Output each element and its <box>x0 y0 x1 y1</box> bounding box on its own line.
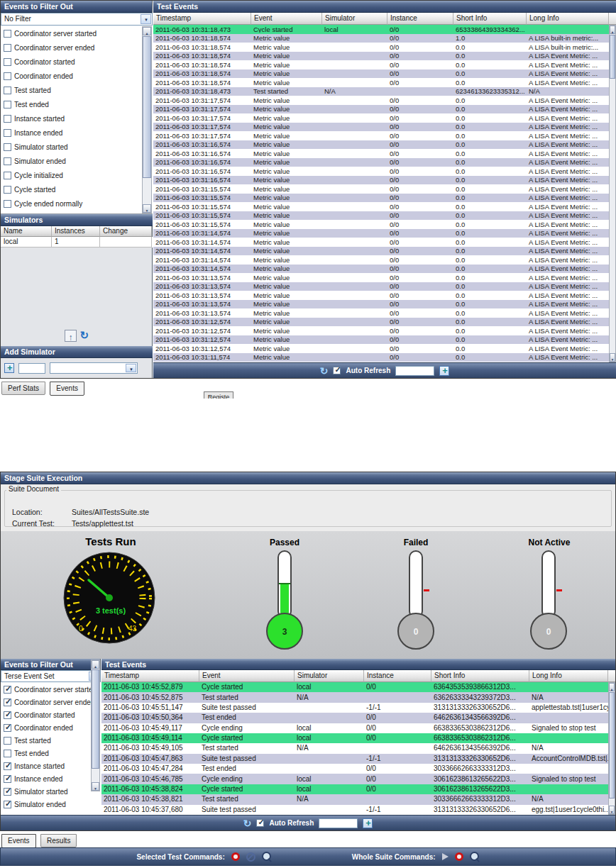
dropdown-arrow-button[interactable] <box>141 14 151 24</box>
column-header-event[interactable]: Event <box>199 670 295 682</box>
filter-preset-dropdown[interactable]: No Filter <box>1 13 153 26</box>
event-row[interactable]: 2011-06-03 10:31:14,574Metric value0/00.… <box>153 255 609 265</box>
checkbox[interactable] <box>4 750 11 757</box>
promote-up-icon[interactable] <box>65 330 77 342</box>
abort-test-icon[interactable] <box>246 852 255 862</box>
filter-event-item[interactable]: Coordinator ended <box>1 721 101 734</box>
event-row[interactable]: 2011-06-03 10:45:37,680Suite test passed… <box>101 805 608 815</box>
event-row[interactable]: 2011-06-03 10:45:52,879Cycle startedloca… <box>101 682 608 692</box>
checkbox[interactable] <box>4 129 11 137</box>
checkbox[interactable] <box>4 186 11 194</box>
event-row[interactable]: 2011-06-03 10:31:13,574Metric value0/00.… <box>153 291 609 300</box>
filter-event-item[interactable]: Instance ended <box>1 772 101 785</box>
event-row[interactable]: 2011-06-03 10:31:13,574Metric value0/00.… <box>153 282 609 291</box>
scroll-up-icon[interactable] <box>92 660 99 669</box>
simulator-change-cell[interactable] <box>100 237 152 247</box>
scroll-down-icon[interactable] <box>610 353 615 362</box>
checkbox[interactable] <box>4 724 11 732</box>
inspect-test-icon[interactable] <box>262 852 272 862</box>
stop-suite-icon[interactable] <box>455 852 463 861</box>
event-row[interactable]: 2011-06-03 10:45:52,875Test startedN/A63… <box>101 692 608 702</box>
tab-events[interactable]: Events <box>1 834 36 848</box>
event-row[interactable]: 2011-06-03 10:31:14,574Metric value0/00.… <box>153 247 609 256</box>
event-row[interactable]: 2011-06-03 10:31:13,574Metric value0/00.… <box>153 300 609 309</box>
event-row[interactable]: 2011-06-03 10:31:18,574Metric value0/00.… <box>153 78 609 87</box>
filter-event-item[interactable]: Coordinator started <box>1 55 153 69</box>
event-row[interactable]: 2011-06-03 10:45:47,284Test ended0/03033… <box>101 764 608 774</box>
event-row[interactable]: 2011-06-03 10:45:47,863Suite test passed… <box>101 754 608 764</box>
event-row[interactable]: 2011-06-03 10:31:12,574Metric value0/00.… <box>153 326 609 335</box>
filter-event-item[interactable]: Test started <box>1 83 153 97</box>
event-row[interactable]: 2011-06-03 10:31:12,574Metric value0/00.… <box>153 344 609 353</box>
checkbox[interactable] <box>4 157 11 165</box>
event-row[interactable]: 2011-06-03 10:45:49,105Test startedN/A64… <box>101 743 608 753</box>
filter-event-item[interactable]: Instance started <box>1 111 153 126</box>
scroll-down-icon[interactable] <box>609 806 615 814</box>
events-scrollbar[interactable] <box>608 682 615 815</box>
checkbox[interactable] <box>4 711 11 719</box>
event-row[interactable]: 2011-06-03 10:31:15,574Metric value0/00.… <box>153 194 609 203</box>
filter-event-item[interactable]: Test ended <box>1 97 153 111</box>
events-scrollbar[interactable] <box>609 25 616 362</box>
refresh-icon[interactable] <box>243 818 252 828</box>
add-simulator-button[interactable] <box>4 363 14 373</box>
filter-event-item[interactable]: Coordinator started <box>1 708 101 721</box>
checkbox[interactable] <box>4 801 11 808</box>
event-row[interactable]: 2011-06-03 10:31:16,574Metric value0/00.… <box>153 140 609 150</box>
filter-event-item[interactable]: Coordinator server ended <box>1 40 153 55</box>
event-row[interactable]: 2011-06-03 10:31:12,574Metric value0/00.… <box>153 335 609 345</box>
refresh-icon[interactable] <box>79 329 89 341</box>
add-icon[interactable] <box>363 818 373 828</box>
event-row[interactable]: 2011-06-03 10:45:46,785Cycle endinglocal… <box>101 774 608 784</box>
auto-refresh-checkbox[interactable] <box>333 367 341 374</box>
event-row[interactable]: 2011-06-03 10:45:38,821Test startedN/A30… <box>101 794 608 804</box>
event-row[interactable]: 2011-06-03 10:31:11,574Metric value0/00.… <box>153 353 609 362</box>
checkbox[interactable] <box>4 30 11 38</box>
event-row[interactable]: 2011-06-03 10:31:14,574Metric value0/00.… <box>153 229 609 238</box>
filter-event-item[interactable]: Cycle initialized <box>1 168 153 182</box>
column-header-simulator[interactable]: Simulator <box>322 13 387 25</box>
column-header-timestamp[interactable]: Timestamp <box>153 13 251 25</box>
checkbox[interactable] <box>4 699 11 706</box>
dropdown-arrow-button[interactable] <box>126 364 136 372</box>
scroll-up-icon[interactable] <box>610 26 615 34</box>
filter-event-item[interactable]: Simulator started <box>1 785 101 798</box>
checkbox[interactable] <box>4 115 11 123</box>
column-header-instance[interactable]: Instance <box>364 670 431 682</box>
filter-event-item[interactable]: Test started <box>1 734 101 747</box>
checkbox[interactable] <box>4 172 11 179</box>
event-row[interactable]: 2011-06-03 10:45:51,147Suite test passed… <box>101 703 608 713</box>
column-header-instance[interactable]: Instance <box>387 13 453 25</box>
event-row[interactable]: 2011-06-03 10:45:49,117Cycle endinglocal… <box>101 723 608 733</box>
checkbox[interactable] <box>4 72 11 80</box>
filter-event-item[interactable]: Coordinator server started <box>1 683 101 696</box>
event-row[interactable]: 2011-06-03 10:31:15,574Metric value0/00.… <box>153 184 609 194</box>
event-row[interactable]: 2011-06-03 10:31:17,574Metric value0/00.… <box>153 105 609 114</box>
event-row[interactable]: 2011-06-03 10:31:18,574Metric value0/01.… <box>153 34 609 43</box>
checkbox[interactable] <box>4 762 11 770</box>
tab-events[interactable]: Events <box>50 382 84 396</box>
checkbox[interactable] <box>4 44 11 52</box>
event-row[interactable]: 2011-06-03 10:31:18,574Metric value0/00.… <box>153 43 609 52</box>
filter-event-item[interactable]: Cycle started <box>1 182 153 196</box>
event-row[interactable]: 2011-06-03 10:31:14,574Metric value0/00.… <box>153 238 609 247</box>
column-header-long-info[interactable]: Long Info <box>527 13 609 25</box>
filter-event-item[interactable]: Cycle ended normally <box>1 196 153 211</box>
refresh-interval-input[interactable] <box>395 366 434 376</box>
checkbox[interactable] <box>4 101 11 108</box>
event-row[interactable]: 2011-06-03 10:31:17,574Metric value0/00.… <box>153 96 609 105</box>
column-header-instances[interactable]: Instances <box>52 226 100 237</box>
event-row[interactable]: 2011-06-03 10:45:49,114Cycle startedloca… <box>101 733 608 743</box>
tab-perf-stats[interactable]: Perf Stats <box>1 382 45 395</box>
checkbox[interactable] <box>4 775 11 783</box>
register-button-partial[interactable]: Registe <box>204 391 233 399</box>
filter-preset-dropdown[interactable]: Terse Event Set <box>1 670 101 682</box>
filter-event-item[interactable]: Test ended <box>1 747 101 760</box>
scroll-down-icon[interactable] <box>143 204 151 213</box>
checkbox[interactable] <box>4 143 11 151</box>
simulator-instances-input[interactable] <box>18 363 45 374</box>
filter-list-scrollbar[interactable] <box>142 26 152 213</box>
event-row[interactable]: 2011-06-03 10:45:50,364Test ended0/06462… <box>101 713 608 723</box>
column-header-timestamp[interactable]: Timestamp <box>101 670 199 682</box>
checkbox[interactable] <box>4 686 11 694</box>
